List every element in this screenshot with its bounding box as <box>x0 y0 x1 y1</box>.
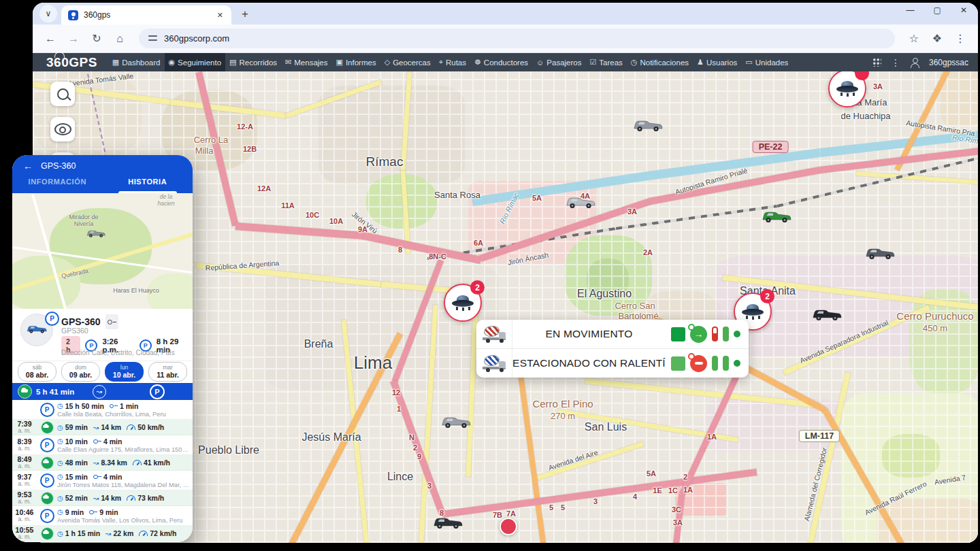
window-minimize-button[interactable]: — <box>906 5 915 15</box>
window-close-button[interactable]: ✕ <box>960 5 967 15</box>
app-logo: 360GPS <box>46 55 97 70</box>
day-summary-bar[interactable]: 5 h 41 min ↝ P <box>12 383 193 400</box>
driving-icon <box>41 421 54 434</box>
route-chart-icon[interactable]: ↝ <box>93 385 106 399</box>
trip-row[interactable]: 8:49a. m.◷48 min↝8.34 km41 km/h <box>12 455 193 471</box>
account-person-icon[interactable] <box>910 58 919 67</box>
trip-row[interactable]: 9:37a. m.P◷15 min4 minJirón Torres Matos… <box>12 471 193 490</box>
new-tab-button[interactable]: + <box>237 6 253 22</box>
trip-icon-cell <box>37 456 57 469</box>
date-chip-mar[interactable]: mar11 abr. <box>148 362 187 382</box>
place-label: 450 m <box>923 323 947 333</box>
nav-item-tareas[interactable]: ☑Tareas <box>585 53 626 71</box>
map-visibility-button[interactable] <box>50 117 75 141</box>
vehicle-marker-car[interactable] <box>811 307 843 324</box>
vehicle-cluster-marker[interactable] <box>828 71 866 107</box>
trip-row[interactable]: 10:46a. m.P◷9 min9 minAvenida Tomás Vall… <box>12 506 193 526</box>
site-settings-icon[interactable] <box>148 35 157 42</box>
status-row[interactable]: EN MOVIMIENTO <box>476 320 749 348</box>
driving-icon <box>41 527 54 540</box>
search-icon <box>57 88 69 100</box>
drive-total: 5 h 41 min <box>36 388 74 396</box>
place-label: Cerro El Pino <box>532 398 593 410</box>
vehicle-marker-car[interactable] <box>432 515 463 533</box>
tab-search-button[interactable]: ∨ <box>39 5 57 22</box>
tab-close-icon[interactable]: ✕ <box>216 10 225 21</box>
trip-duration: 59 min <box>65 423 88 431</box>
driving-icon <box>18 384 32 399</box>
trip-icon-cell <box>37 421 57 434</box>
trip-icon-cell <box>37 527 57 540</box>
nav-item-geocercas[interactable]: ◇Geocercas <box>380 53 435 71</box>
place-label: Pueblo Libre <box>198 444 259 456</box>
nav-item-recorridos[interactable]: ▤Recorridos <box>225 53 281 71</box>
clock-icon: ◷ <box>57 530 63 537</box>
reload-button[interactable]: ↻ <box>87 29 106 48</box>
nav-item-unidades[interactable]: ▭Unidades <box>741 53 792 71</box>
vehicle-marker-jeep[interactable] <box>440 414 472 432</box>
date-chip-sab[interactable]: sáb08 abr. <box>18 362 56 382</box>
bookmark-star-icon[interactable]: ☆ <box>904 29 924 48</box>
trip-row[interactable]: 8:39a. m.P◷10 min4 minCalle Elias Aguirr… <box>12 435 193 455</box>
red-vehicle-marker[interactable] <box>500 518 517 535</box>
date-chip-dom[interactable]: dom09 abr. <box>61 362 100 382</box>
map-search-button[interactable] <box>50 82 75 106</box>
nav-item-conductores[interactable]: ☸Conductores <box>470 53 532 71</box>
trip-row[interactable]: P◷15 h 50 min1 minCalle Isla Beata, Chor… <box>12 400 193 420</box>
nav-item-dashboard[interactable]: ▦Dashboard <box>108 53 165 71</box>
route-shield: 3 <box>427 482 431 490</box>
route-shield: 11A <box>281 201 295 210</box>
vehicle-cluster-marker[interactable]: 2 <box>444 284 482 322</box>
date-chip-lun[interactable]: lun10 abr. <box>105 362 144 382</box>
nav-item-pasajeros[interactable]: ☺Pasajeros <box>532 53 585 71</box>
home-button[interactable]: ⌂ <box>110 29 129 48</box>
nav-item-seguimiento[interactable]: ◉Seguimiento <box>165 53 226 71</box>
trip-row[interactable]: 7:39a. m.◷59 min↝14 km50 km/h <box>12 420 193 435</box>
trip-distance: 14 km <box>101 423 121 431</box>
browser-tab[interactable]: 360gps ✕ <box>61 5 231 24</box>
tab-informacion[interactable]: INFORMACIÓN <box>12 173 103 193</box>
panel-minimap[interactable]: Mirador de NiveríaHaras El Huaycode la h… <box>12 193 193 309</box>
status-square-icon <box>671 327 685 341</box>
vehicle-marker-truck[interactable] <box>761 209 792 227</box>
place-label: Cerro Puruchuco <box>896 310 973 322</box>
route-shield: 5A <box>532 194 542 202</box>
apps-grid-icon[interactable] <box>872 58 881 67</box>
account-name[interactable]: 360gpssac <box>929 58 968 67</box>
status-row[interactable]: ESTACIONADO CON RALENTÍ <box>476 348 749 378</box>
extensions-icon[interactable]: ❖ <box>928 29 947 48</box>
nav-item-informes[interactable]: ▣Informes <box>332 53 380 71</box>
tab-historia[interactable]: HISTORIA <box>103 173 193 193</box>
nav-menu-icon[interactable]: ⋮ <box>891 57 900 68</box>
nav-item-label: Conductores <box>484 59 528 67</box>
trip-key-time: 4 min <box>103 437 122 446</box>
back-arrow-icon[interactable]: ← <box>23 161 33 171</box>
road-segment <box>419 305 438 543</box>
browser-menu-icon[interactable]: ⋮ <box>951 29 970 48</box>
parking-filter-icon[interactable]: P <box>150 384 165 399</box>
trip-time-ampm: a. m. <box>18 463 31 469</box>
vehicle-marker-suv[interactable] <box>632 118 664 135</box>
route-shield: 3 <box>593 497 598 505</box>
nav-item-notificaciones[interactable]: ◷Notificaciones <box>627 53 693 71</box>
parked-badge-icon: P <box>45 312 59 326</box>
minimap-park <box>12 256 80 309</box>
nav-item-rutas[interactable]: ⌖Rutas <box>435 53 470 71</box>
trip-distance: 8.34 km <box>101 458 127 467</box>
window-maximize-button[interactable]: ▢ <box>934 5 941 15</box>
forward-button[interactable]: → <box>64 29 83 48</box>
trip-row[interactable]: 12:10p. m.P◷13 min13 minJirón Ayacucho 1… <box>12 541 193 542</box>
trip-row[interactable]: 10:55a. m.◷1 h 15 min↝22 km72 km/h <box>12 526 193 541</box>
road-segment <box>616 205 778 230</box>
route-badge: LM-117 <box>799 430 840 442</box>
back-button[interactable]: ← <box>41 29 60 48</box>
vehicle-marker-van[interactable] <box>864 246 896 263</box>
vehicle-address: Dirección Calle, Distrito, Ciudad, País <box>61 349 175 356</box>
vehicle-marker-van[interactable] <box>565 195 596 212</box>
cluster-count-badge: 2 <box>760 289 774 303</box>
nav-item-mensajes[interactable]: ✉Mensajes <box>281 53 331 71</box>
url-bar[interactable]: 360gpscorp.com <box>139 29 895 48</box>
nav-item-usuarios[interactable]: ♟Usuarios <box>693 53 741 71</box>
trip-row[interactable]: 9:53a. m.◷52 min↝14 km73 km/h <box>12 490 193 506</box>
date-chip-date: 11 abr. <box>157 371 179 379</box>
